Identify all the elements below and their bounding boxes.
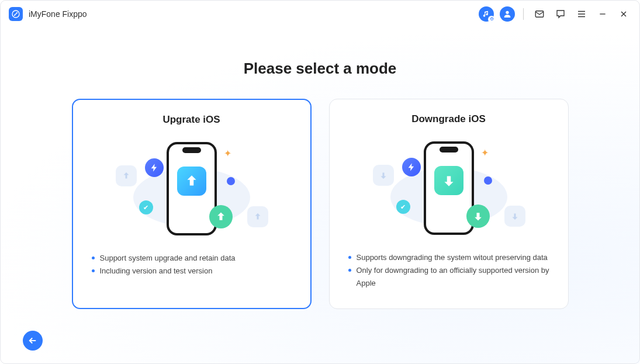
card-title: Upgrate iOS bbox=[89, 114, 294, 126]
arrow-up-icon bbox=[177, 167, 206, 196]
phone-icon bbox=[424, 141, 474, 235]
app-logo-icon bbox=[9, 7, 23, 21]
upgrade-ios-card[interactable]: Upgrate iOS ✦ ✔ bbox=[72, 99, 312, 309]
dot-icon bbox=[227, 177, 235, 185]
app-window: iMyFone Fixppo ⚙ bbox=[0, 0, 640, 364]
svg-point-2 bbox=[14, 15, 15, 16]
content-area: Please select a mode Upgrate iOS ✦ ✔ bbox=[1, 27, 639, 363]
mode-cards: Upgrate iOS ✦ ✔ bbox=[24, 99, 616, 309]
card-bullets: Supports downgrading the system witout p… bbox=[346, 251, 552, 290]
menu-icon[interactable] bbox=[574, 6, 589, 22]
account-icon[interactable] bbox=[500, 6, 515, 22]
svg-point-3 bbox=[506, 11, 508, 13]
downgrade-illustration: ✦ ✔ bbox=[346, 136, 552, 241]
bullet-item: Support system upgrade and retain data bbox=[92, 252, 294, 265]
bullet-item: Including version and test version bbox=[92, 265, 294, 278]
bolt-icon bbox=[145, 158, 164, 177]
arrow-up-circle-icon bbox=[209, 205, 233, 228]
mail-icon[interactable] bbox=[532, 6, 547, 22]
minimize-icon[interactable] bbox=[595, 6, 610, 22]
divider bbox=[523, 8, 524, 20]
app-title: iMyFone Fixppo bbox=[29, 9, 87, 19]
svg-point-1 bbox=[16, 12, 18, 13]
close-icon[interactable] bbox=[616, 6, 631, 22]
downgrade-ios-card[interactable]: Downgrade iOS ✦ ✔ bbox=[329, 99, 569, 309]
music-settings-icon[interactable]: ⚙ bbox=[479, 6, 494, 22]
card-title: Downgrade iOS bbox=[346, 113, 552, 125]
back-button[interactable] bbox=[23, 331, 43, 351]
card-bullets: Support system upgrade and retain data I… bbox=[89, 252, 294, 278]
phone-icon bbox=[167, 142, 217, 235]
page-title: Please select a mode bbox=[24, 60, 616, 78]
sparkle-icon: ✦ bbox=[224, 148, 231, 159]
titlebar-controls: ⚙ bbox=[479, 6, 631, 22]
arrow-down-circle-icon bbox=[466, 204, 490, 228]
bullet-item: Supports downgrading the system witout p… bbox=[348, 251, 552, 264]
arrow-down-icon bbox=[434, 166, 463, 195]
bolt-icon bbox=[402, 158, 421, 176]
shield-icon: ✔ bbox=[396, 200, 410, 214]
sparkle-icon: ✦ bbox=[481, 147, 489, 158]
upgrade-illustration: ✦ ✔ bbox=[89, 136, 294, 241]
dot-icon bbox=[484, 176, 492, 185]
shield-icon: ✔ bbox=[139, 200, 153, 214]
bullet-item: Only for downgrading to an officially su… bbox=[348, 264, 552, 290]
feedback-icon[interactable] bbox=[553, 6, 568, 22]
titlebar: iMyFone Fixppo ⚙ bbox=[1, 1, 639, 27]
